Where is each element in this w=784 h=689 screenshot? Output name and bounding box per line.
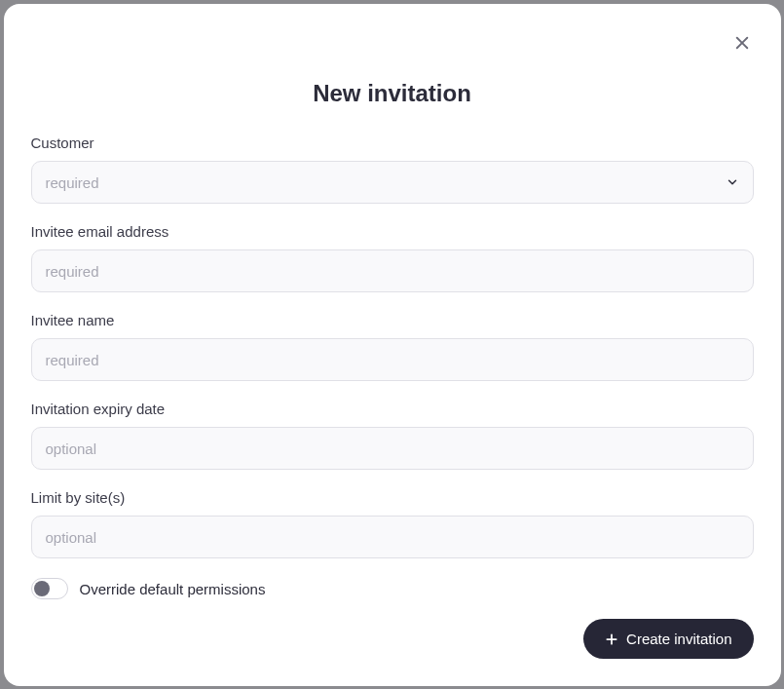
name-input[interactable] xyxy=(31,338,754,381)
field-email: Invitee email address xyxy=(31,223,754,292)
customer-select[interactable]: required xyxy=(31,161,754,204)
chevron-down-icon xyxy=(726,175,739,189)
expiry-label: Invitation expiry date xyxy=(31,401,754,417)
field-sites: Limit by site(s) xyxy=(31,489,754,558)
override-permissions-toggle[interactable] xyxy=(31,578,68,599)
field-name: Invitee name xyxy=(31,312,754,381)
email-input[interactable] xyxy=(31,249,754,292)
new-invitation-modal: New invitation Customer required Invitee… xyxy=(4,4,781,686)
field-customer: Customer required xyxy=(31,134,754,204)
create-button-label: Create invitation xyxy=(626,631,731,647)
create-invitation-button[interactable]: Create invitation xyxy=(583,619,753,659)
override-permissions-label: Override default permissions xyxy=(80,581,266,597)
customer-placeholder: required xyxy=(46,174,99,191)
name-label: Invitee name xyxy=(31,312,754,328)
toggle-knob xyxy=(34,581,50,596)
sites-label: Limit by site(s) xyxy=(31,489,754,506)
email-label: Invitee email address xyxy=(31,223,754,240)
sites-input[interactable] xyxy=(31,516,754,558)
close-icon xyxy=(733,34,751,52)
close-button[interactable] xyxy=(730,31,754,55)
expiry-input[interactable] xyxy=(31,427,754,470)
plus-icon xyxy=(605,632,618,646)
modal-title: New invitation xyxy=(31,80,754,107)
customer-label: Customer xyxy=(31,134,754,151)
override-permissions-row: Override default permissions xyxy=(31,578,754,599)
field-expiry: Invitation expiry date xyxy=(31,401,754,470)
